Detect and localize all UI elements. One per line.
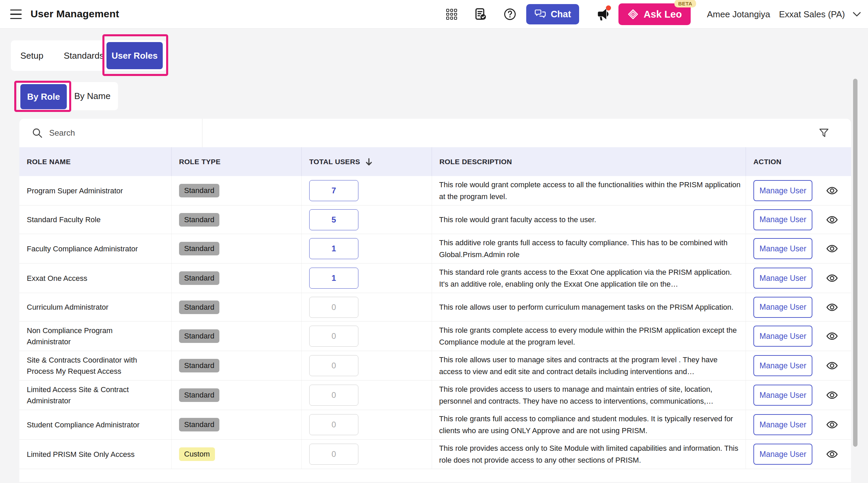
role-type-badge: Standard	[179, 301, 219, 314]
search-icon	[32, 127, 43, 139]
col-action: ACTION	[746, 147, 851, 176]
app-launcher-icon[interactable]	[446, 9, 457, 20]
role-description: This additive role grants full access to…	[439, 237, 742, 260]
ask-leo-label: Ask Leo	[644, 9, 682, 20]
role-type-badge: Standard	[179, 359, 219, 372]
manage-user-button[interactable]: Manage User	[753, 444, 812, 465]
role-name: Curriculum Administrator	[27, 302, 108, 313]
total-users-count: 0	[309, 326, 358, 347]
menu-icon[interactable]	[10, 9, 22, 19]
search-input[interactable]	[49, 128, 192, 138]
col-role-name: ROLE NAME	[19, 147, 172, 176]
col-total-users[interactable]: TOTAL USERS	[302, 147, 432, 176]
role-name: Site & Contracts Coordinator with Proces…	[27, 354, 153, 377]
search-box	[19, 119, 202, 147]
role-type-badge: Custom	[179, 447, 215, 461]
eye-icon[interactable]	[826, 389, 838, 401]
col-role-description: ROLE DESCRIPTION	[432, 147, 746, 176]
total-users-count[interactable]: 1	[309, 268, 358, 289]
table-row: Curriculum AdministratorStandard0This ro…	[19, 293, 851, 322]
manage-user-button[interactable]: Manage User	[753, 209, 812, 230]
total-users-count: 0	[309, 444, 358, 465]
manage-user-button[interactable]: Manage User	[753, 414, 812, 435]
account-name[interactable]: Exxat Sales (PA)	[779, 9, 845, 20]
total-users-count: 0	[309, 414, 358, 435]
total-users-count: 0	[309, 355, 358, 376]
eye-icon[interactable]	[826, 448, 838, 460]
role-type-badge: Standard	[179, 271, 219, 285]
header-actions: Chat Ask Leo BE	[446, 0, 862, 28]
total-users-count: 0	[309, 297, 358, 318]
role-type-badge: Standard	[179, 213, 219, 227]
eye-icon[interactable]	[826, 185, 838, 197]
help-icon[interactable]	[503, 7, 517, 21]
role-name: Exxat One Access	[27, 273, 87, 284]
page-title: User Management	[31, 8, 119, 20]
eye-icon[interactable]	[826, 272, 838, 284]
manage-user-button[interactable]: Manage User	[753, 268, 812, 289]
chevron-down-icon[interactable]	[852, 11, 862, 18]
manage-user-button[interactable]: Manage User	[753, 326, 812, 347]
eye-icon[interactable]	[826, 214, 838, 226]
chat-label: Chat	[551, 9, 571, 20]
app-header: User Management	[0, 0, 868, 28]
role-description: This role would grant faculty access to …	[439, 214, 596, 226]
table-row: Faculty Compliance AdministratorStandard…	[19, 234, 851, 264]
eye-icon[interactable]	[826, 330, 838, 342]
table-row: Program Super AdministratorStandard7This…	[19, 176, 851, 206]
sort-desc-icon[interactable]	[365, 157, 373, 166]
beta-badge: BETA	[674, 0, 696, 7]
role-name: Standard Faculty Role	[27, 214, 101, 225]
announcements-icon[interactable]	[595, 7, 610, 22]
role-type-badge: Standard	[179, 184, 219, 197]
tab-by-role[interactable]: By Role	[20, 84, 67, 109]
tasks-icon[interactable]	[473, 7, 488, 22]
table-row: Student Compliance AdministratorStandard…	[19, 410, 851, 440]
tab-standards[interactable]: Standards	[64, 51, 104, 61]
chat-bubbles-icon	[534, 9, 547, 19]
role-type-badge: Standard	[179, 329, 219, 343]
ask-leo-button[interactable]: Ask Leo BETA	[618, 3, 691, 25]
role-description: This role would grant complete access to…	[439, 179, 742, 202]
table-header: ROLE NAME ROLE TYPE TOTAL USERS ROLE DES…	[19, 147, 851, 176]
tab-by-name[interactable]: By Name	[67, 82, 118, 110]
manage-user-button[interactable]: Manage User	[753, 180, 812, 201]
role-name: Program Super Administrator	[27, 185, 123, 196]
role-description: This role grants complete access to ever…	[439, 324, 742, 348]
user-name: Amee Jotangiya	[707, 9, 770, 20]
eye-icon[interactable]	[826, 419, 838, 431]
role-description: This role allows user to manage sites an…	[439, 354, 742, 378]
total-users-count[interactable]: 5	[309, 209, 358, 230]
role-name: Non Compliance Program Administrator	[27, 325, 153, 347]
table-body: Program Super AdministratorStandard7This…	[19, 176, 851, 469]
table-row: Limited Access Site & Contract Administr…	[19, 381, 851, 410]
manage-user-button[interactable]: Manage User	[753, 385, 812, 406]
role-description: This role grants full access to complian…	[439, 413, 742, 437]
role-description: This role provides access to users to ma…	[439, 383, 742, 407]
manage-user-button[interactable]: Manage User	[753, 238, 812, 259]
total-users-count[interactable]: 1	[309, 238, 358, 259]
search-row	[19, 119, 851, 147]
total-users-count[interactable]: 7	[309, 180, 358, 201]
role-name: Limited PRISM Site Only Access	[27, 449, 135, 460]
role-type-badge: Standard	[179, 418, 219, 431]
role-name: Limited Access Site & Contract Administr…	[27, 384, 153, 406]
eye-icon[interactable]	[826, 301, 838, 313]
role-type-badge: Standard	[179, 242, 219, 255]
vertical-scrollbar[interactable]	[853, 79, 857, 447]
leo-logo-icon	[627, 8, 639, 20]
eye-icon[interactable]	[826, 243, 838, 255]
tab-user-roles[interactable]: User Roles	[106, 42, 163, 69]
user-management-screen: User Management	[0, 0, 868, 483]
manage-user-button[interactable]: Manage User	[753, 355, 812, 376]
eye-icon[interactable]	[826, 360, 838, 372]
tab-setup[interactable]: Setup	[20, 51, 43, 61]
role-type-badge: Standard	[179, 388, 219, 402]
table-row: Standard Faculty RoleStandard5This role …	[19, 206, 851, 234]
manage-user-button[interactable]: Manage User	[753, 297, 812, 318]
table-row: Non Compliance Program AdministratorStan…	[19, 322, 851, 351]
chat-button[interactable]: Chat	[526, 4, 579, 24]
filter-icon[interactable]	[818, 127, 830, 139]
table-row: Limited PRISM Site Only AccessCustom0Thi…	[19, 440, 851, 469]
role-name: Faculty Compliance Administrator	[27, 243, 138, 254]
